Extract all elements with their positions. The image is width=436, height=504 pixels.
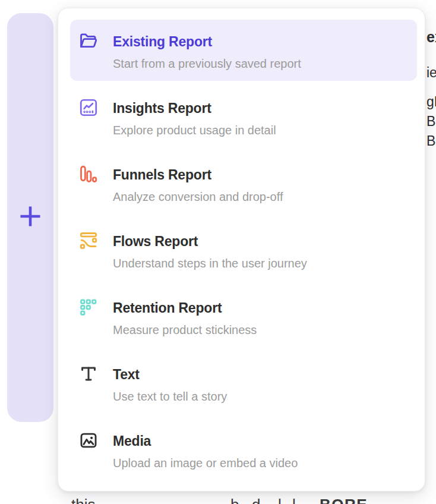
page-text-fragment: ie bbox=[426, 65, 436, 81]
text-serif-t-icon bbox=[78, 365, 99, 383]
page-text-fragment: ex bbox=[426, 29, 436, 46]
menu-item-label: Insights Report bbox=[113, 99, 276, 117]
insights-chart-icon bbox=[78, 99, 99, 116]
page-text-fragment: d bbox=[252, 496, 260, 504]
menu-item-description: Explore product usage in detail bbox=[113, 123, 276, 137]
menu-item-media[interactable]: Media Upload an image or embed a video bbox=[70, 419, 417, 480]
menu-item-label: Retention Report bbox=[113, 299, 257, 317]
menu-item-description: Use text to tell a story bbox=[113, 389, 227, 404]
page-text-fragment: B bbox=[426, 114, 435, 130]
menu-item-insights-report[interactable]: Insights Report Explore product usage in… bbox=[70, 86, 417, 147]
page-text-fragment: b bbox=[230, 496, 239, 504]
page-text-fragment: gB bbox=[426, 94, 436, 110]
page-text-fragment: BORE bbox=[320, 496, 368, 504]
menu-item-label: Media bbox=[113, 432, 298, 450]
funnel-bars-icon bbox=[78, 165, 99, 183]
page-text-fragment: B bbox=[426, 133, 435, 149]
page-text-fragment: l bbox=[278, 496, 282, 504]
flows-sankey-icon bbox=[78, 232, 99, 250]
page-text-fragment: this bbox=[71, 496, 95, 504]
menu-item-funnels-report[interactable]: Funnels Report Analyze conversion and dr… bbox=[70, 153, 417, 214]
menu-item-label: Existing Report bbox=[113, 33, 301, 51]
menu-item-description: Measure product stickiness bbox=[113, 323, 257, 337]
menu-item-label: Flows Report bbox=[113, 232, 307, 250]
media-image-icon bbox=[78, 431, 99, 449]
menu-item-text[interactable]: Text Use text to tell a story bbox=[70, 352, 417, 414]
folder-open-icon bbox=[78, 32, 99, 50]
plus-icon bbox=[18, 204, 43, 231]
menu-item-description: Understand steps in the user journey bbox=[113, 256, 307, 270]
menu-item-description: Upload an image or embed a video bbox=[113, 456, 298, 470]
menu-item-description: Start from a previously saved report bbox=[113, 56, 301, 71]
retention-grid-icon bbox=[78, 298, 99, 316]
add-content-button[interactable] bbox=[7, 13, 53, 422]
menu-item-existing-report[interactable]: Existing Report Start from a previously … bbox=[70, 20, 417, 81]
menu-item-description: Analyze conversion and drop-off bbox=[113, 190, 283, 204]
page-text-fragment: l bbox=[292, 496, 296, 504]
add-content-menu: Existing Report Start from a previously … bbox=[58, 8, 425, 492]
menu-item-label: Text bbox=[113, 366, 227, 383]
menu-item-flows-report[interactable]: Flows Report Understand steps in the use… bbox=[70, 219, 417, 281]
menu-item-retention-report[interactable]: Retention Report Measure product stickin… bbox=[70, 286, 417, 347]
menu-item-label: Funnels Report bbox=[113, 166, 283, 184]
